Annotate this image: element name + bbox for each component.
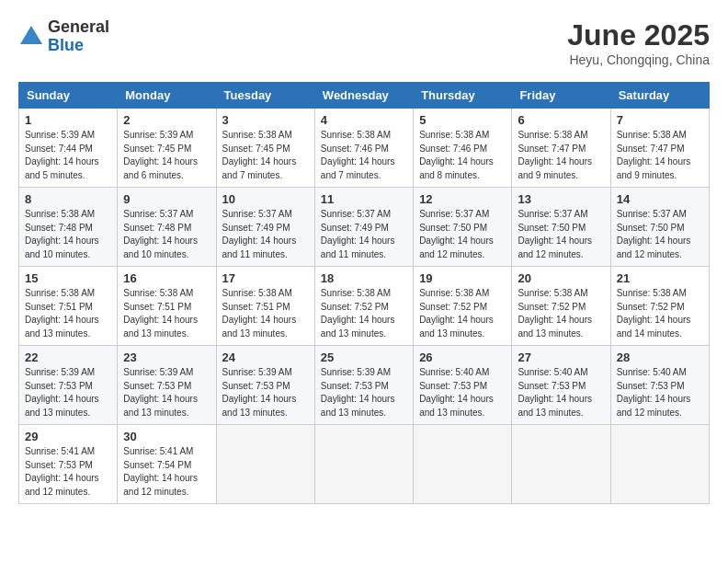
logo-icon [18,24,44,50]
day-number: 17 [222,271,309,285]
day-number: 11 [321,192,407,206]
day-info: Sunrise: 5:37 AMSunset: 7:49 PMDaylight:… [222,208,309,261]
calendar-day-cell: 24Sunrise: 5:39 AMSunset: 7:53 PMDayligh… [216,346,314,425]
col-sunday: Sunday [19,83,118,109]
day-number: 23 [123,350,210,364]
day-info: Sunrise: 5:39 AMSunset: 7:53 PMDaylight:… [222,366,309,419]
calendar-day-cell: 30Sunrise: 5:41 AMSunset: 7:54 PMDayligh… [118,425,216,504]
day-info: Sunrise: 5:38 AMSunset: 7:46 PMDaylight:… [419,129,506,182]
calendar-empty-cell [512,425,610,504]
col-tuesday: Tuesday [216,83,314,109]
calendar-empty-cell [314,425,413,504]
calendar-empty-cell [610,425,709,504]
day-number: 8 [25,192,111,206]
col-saturday: Saturday [610,83,709,109]
logo-blue: Blue [48,36,84,54]
day-info: Sunrise: 5:41 AMSunset: 7:53 PMDaylight:… [25,445,111,499]
day-info: Sunrise: 5:38 AMSunset: 7:51 PMDaylight:… [25,287,111,340]
logo: General Blue [18,18,109,55]
day-info: Sunrise: 5:38 AMSunset: 7:51 PMDaylight:… [222,287,309,340]
day-number: 24 [222,350,309,364]
day-number: 22 [25,350,111,364]
day-number: 13 [518,192,604,206]
calendar-day-cell: 26Sunrise: 5:40 AMSunset: 7:53 PMDayligh… [414,346,512,425]
day-number: 14 [617,192,703,206]
calendar-day-cell: 5Sunrise: 5:38 AMSunset: 7:46 PMDaylight… [414,109,512,188]
calendar-day-cell: 23Sunrise: 5:39 AMSunset: 7:53 PMDayligh… [118,346,216,425]
day-info: Sunrise: 5:39 AMSunset: 7:53 PMDaylight:… [25,366,111,419]
day-number: 28 [617,350,703,364]
calendar-week-row: 22Sunrise: 5:39 AMSunset: 7:53 PMDayligh… [19,346,710,425]
day-number: 26 [419,350,506,364]
day-number: 30 [123,430,210,443]
calendar-day-cell: 15Sunrise: 5:38 AMSunset: 7:51 PMDayligh… [19,267,118,346]
calendar-day-cell: 2Sunrise: 5:39 AMSunset: 7:45 PMDaylight… [118,109,216,188]
calendar-day-cell: 19Sunrise: 5:38 AMSunset: 7:52 PMDayligh… [414,267,512,346]
day-info: Sunrise: 5:40 AMSunset: 7:53 PMDaylight:… [617,366,703,419]
day-number: 15 [25,271,111,285]
calendar-header-row: Sunday Monday Tuesday Wednesday Thursday… [19,83,710,109]
day-info: Sunrise: 5:37 AMSunset: 7:50 PMDaylight:… [617,208,703,261]
month-title: June 2025 [567,18,710,52]
day-number: 18 [321,271,407,285]
day-info: Sunrise: 5:38 AMSunset: 7:48 PMDaylight:… [25,208,111,261]
calendar-day-cell: 12Sunrise: 5:37 AMSunset: 7:50 PMDayligh… [414,188,512,267]
calendar-day-cell: 29Sunrise: 5:41 AMSunset: 7:53 PMDayligh… [19,425,118,504]
calendar-day-cell: 7Sunrise: 5:38 AMSunset: 7:47 PMDaylight… [610,109,709,188]
calendar-table: Sunday Monday Tuesday Wednesday Thursday… [18,82,710,504]
day-info: Sunrise: 5:39 AMSunset: 7:53 PMDaylight:… [321,366,407,419]
day-number: 10 [222,192,309,206]
calendar-day-cell: 21Sunrise: 5:38 AMSunset: 7:52 PMDayligh… [610,267,709,346]
calendar-day-cell: 14Sunrise: 5:37 AMSunset: 7:50 PMDayligh… [610,188,709,267]
day-info: Sunrise: 5:38 AMSunset: 7:46 PMDaylight:… [321,129,407,182]
day-number: 1 [25,113,111,127]
calendar-day-cell: 16Sunrise: 5:38 AMSunset: 7:51 PMDayligh… [118,267,216,346]
calendar-day-cell: 10Sunrise: 5:37 AMSunset: 7:49 PMDayligh… [216,188,314,267]
day-number: 2 [123,113,210,127]
calendar-week-row: 15Sunrise: 5:38 AMSunset: 7:51 PMDayligh… [19,267,710,346]
calendar-day-cell: 8Sunrise: 5:38 AMSunset: 7:48 PMDaylight… [19,188,118,267]
day-info: Sunrise: 5:40 AMSunset: 7:53 PMDaylight:… [419,366,506,419]
calendar-day-cell: 11Sunrise: 5:37 AMSunset: 7:49 PMDayligh… [314,188,413,267]
location: Heyu, Chongqing, China [567,52,710,67]
logo-text: General Blue [48,18,109,55]
calendar-day-cell: 22Sunrise: 5:39 AMSunset: 7:53 PMDayligh… [19,346,118,425]
day-info: Sunrise: 5:37 AMSunset: 7:48 PMDaylight:… [123,208,210,261]
day-number: 19 [419,271,506,285]
calendar-week-row: 8Sunrise: 5:38 AMSunset: 7:48 PMDaylight… [19,188,710,267]
day-number: 16 [123,271,210,285]
col-thursday: Thursday [414,83,512,109]
day-info: Sunrise: 5:37 AMSunset: 7:49 PMDaylight:… [321,208,407,261]
day-number: 4 [321,113,407,127]
col-wednesday: Wednesday [314,83,413,109]
day-info: Sunrise: 5:38 AMSunset: 7:52 PMDaylight:… [617,287,703,340]
calendar-day-cell: 1Sunrise: 5:39 AMSunset: 7:44 PMDaylight… [19,109,118,188]
day-info: Sunrise: 5:39 AMSunset: 7:44 PMDaylight:… [25,129,111,182]
logo-general: General [48,17,109,36]
day-info: Sunrise: 5:38 AMSunset: 7:51 PMDaylight:… [123,287,210,340]
day-info: Sunrise: 5:38 AMSunset: 7:52 PMDaylight:… [321,287,407,340]
day-number: 21 [617,271,703,285]
day-info: Sunrise: 5:39 AMSunset: 7:53 PMDaylight:… [123,366,210,419]
day-number: 9 [123,192,210,206]
day-info: Sunrise: 5:40 AMSunset: 7:53 PMDaylight:… [518,366,604,419]
day-number: 27 [518,350,604,364]
calendar-day-cell: 27Sunrise: 5:40 AMSunset: 7:53 PMDayligh… [512,346,610,425]
day-number: 5 [419,113,506,127]
day-number: 7 [617,113,703,127]
calendar-day-cell: 9Sunrise: 5:37 AMSunset: 7:48 PMDaylight… [118,188,216,267]
day-number: 29 [25,430,111,443]
day-info: Sunrise: 5:37 AMSunset: 7:50 PMDaylight:… [518,208,604,261]
day-info: Sunrise: 5:41 AMSunset: 7:54 PMDaylight:… [123,445,210,499]
col-monday: Monday [118,83,216,109]
calendar-day-cell: 18Sunrise: 5:38 AMSunset: 7:52 PMDayligh… [314,267,413,346]
day-info: Sunrise: 5:39 AMSunset: 7:45 PMDaylight:… [123,129,210,182]
calendar-day-cell: 13Sunrise: 5:37 AMSunset: 7:50 PMDayligh… [512,188,610,267]
calendar-day-cell: 25Sunrise: 5:39 AMSunset: 7:53 PMDayligh… [314,346,413,425]
calendar-week-row: 1Sunrise: 5:39 AMSunset: 7:44 PMDaylight… [19,109,710,188]
page-header: General Blue June 2025 Heyu, Chongqing, … [18,18,710,67]
day-info: Sunrise: 5:38 AMSunset: 7:47 PMDaylight:… [518,129,604,182]
day-number: 25 [321,350,407,364]
calendar-day-cell: 17Sunrise: 5:38 AMSunset: 7:51 PMDayligh… [216,267,314,346]
calendar-day-cell: 3Sunrise: 5:38 AMSunset: 7:45 PMDaylight… [216,109,314,188]
